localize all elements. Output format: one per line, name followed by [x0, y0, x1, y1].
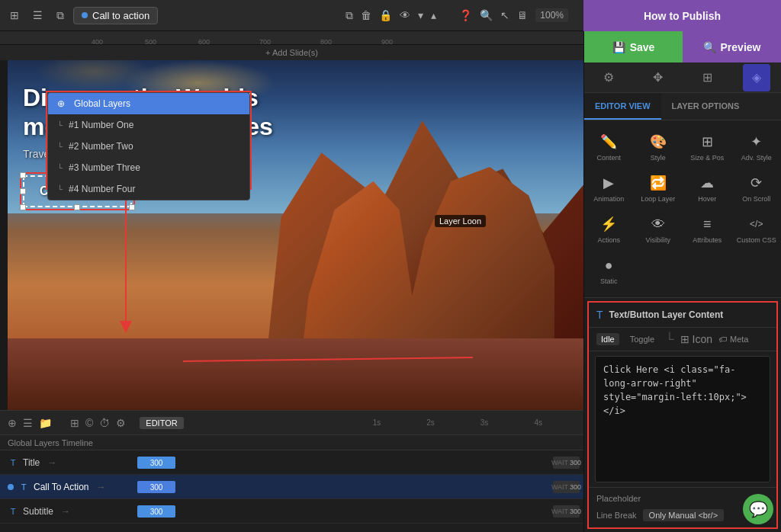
loop-layer-icon: 🔁 — [649, 174, 667, 192]
right-panel: 💾 Save 🔍 Preview ⚙ ✥ ⊞ ◈ EDITOR VIEW LAY… — [583, 31, 781, 532]
timeline-label-cta: T Call To Action → — [0, 482, 130, 492]
number-three-item[interactable]: └ #3 Number Three — [48, 157, 249, 178]
folder-tl-icon[interactable]: 📁 — [39, 417, 52, 429]
layers-dropdown-icon: ⊕ — [57, 98, 68, 109]
cursor-icon[interactable]: ↖ — [500, 9, 509, 21]
meta-tab[interactable]: 🏷 Meta — [718, 335, 748, 344]
adv-style-tab[interactable]: ✦ Adv. Style — [732, 127, 782, 168]
settings-tab[interactable]: ⚙ — [595, 64, 622, 91]
right-panel-tabs: ⚙ ✥ ⊞ ◈ — [584, 62, 781, 93]
timeline-area: ⊕ ☰ 📁 ⊞ © ⏱ ⚙ EDITOR 1s2s3s4s5s ✕ Global… — [0, 410, 583, 532]
copy-icon[interactable]: ⧉ — [346, 9, 353, 22]
lock-icon[interactable]: 🔒 — [379, 9, 392, 21]
active-dot — [82, 12, 88, 18]
slide-title: Call to action — [92, 10, 149, 21]
gear-tl-icon[interactable]: ⚙ — [116, 417, 126, 429]
attributes-tab[interactable]: ≡ Attributes — [683, 209, 732, 250]
hover-tab[interactable]: ☁ Hover — [683, 168, 732, 209]
custom-css-tab[interactable]: </> Custom CSS — [732, 209, 782, 250]
subtitle-bar[interactable]: 300 — [137, 505, 175, 518]
editor-view-tab[interactable]: EDITOR VIEW — [584, 93, 661, 120]
on-scroll-icon: ⟳ — [747, 174, 766, 192]
layers-tl-icon[interactable]: ⊕ — [8, 417, 17, 429]
lcp-tabs-bar: Idle Toggle └ ⊞ Icon 🏷 Meta — [589, 328, 776, 351]
copy-tl-icon[interactable]: © — [85, 417, 93, 429]
toggle-tab[interactable]: Toggle — [625, 333, 659, 345]
timeline-toolbar: ⊕ ☰ 📁 ⊞ © ⏱ ⚙ EDITOR 1s2s3s4s5s ✕ — [0, 411, 583, 435]
timeline-rows: T Title → 300 WAIT 300 — [0, 450, 583, 532]
cta-type-icon: T — [18, 482, 29, 492]
layer-options-tab[interactable]: LAYER OPTIONS — [661, 93, 750, 120]
preview-icon: 🔍 — [703, 41, 716, 53]
number-one-label: #1 Number One — [69, 120, 133, 130]
clock-tl-icon[interactable]: ⏱ — [99, 417, 110, 429]
static-tab[interactable]: ● Static — [584, 250, 634, 291]
chevron-down-icon[interactable]: ▾ — [418, 9, 423, 21]
animation-icon: ▶ — [599, 174, 618, 192]
number-four-label: #4 Number Four — [69, 184, 135, 194]
actions-icon: ⚡ — [599, 215, 618, 233]
help-icon[interactable]: ❓ — [459, 9, 472, 21]
layer-content-panel: T Text/Button Layer Content Idle Toggle … — [587, 301, 778, 529]
custom-css-icon: </> — [747, 215, 766, 233]
grid-icon[interactable]: ⊞ — [8, 8, 21, 22]
editor-btn[interactable]: EDITOR — [140, 417, 183, 429]
static-icon: ● — [599, 256, 618, 274]
global-layers-item[interactable]: ⊕ Global Layers — [48, 93, 249, 114]
layers-tab-active[interactable]: ◈ — [743, 64, 770, 91]
timeline-label-title: T Title → — [0, 457, 130, 468]
number-one-item[interactable]: └ #1 Number One — [48, 114, 249, 136]
style-tab[interactable]: 🎨 Style — [634, 127, 683, 168]
number-two-label: #2 Number Two — [69, 141, 133, 152]
visibility-tab[interactable]: 👁 Visibility — [634, 209, 683, 250]
on-scroll-tab[interactable]: ⟳ On Scroll — [732, 168, 782, 209]
save-button[interactable]: 💾 Save — [584, 31, 683, 62]
chat-bubble[interactable]: 💬 — [743, 494, 773, 524]
editor-layer-tabs: EDITOR VIEW LAYER OPTIONS — [584, 93, 781, 120]
idle-tab[interactable]: Idle — [596, 333, 619, 345]
indent-icon-4: └ — [57, 185, 63, 194]
publish-panel-header: How to Publish — [583, 0, 781, 31]
right-panel-top-buttons: 💾 Save 🔍 Preview — [584, 31, 781, 62]
timeline-header: Global Layers Timeline — [0, 435, 583, 450]
eye-icon[interactable]: 👁 — [400, 9, 410, 21]
animation-tab[interactable]: ▶ Animation — [584, 168, 634, 209]
indent-icon-2: └ — [57, 143, 63, 151]
loop-layer-tab[interactable]: 🔁 Loop Layer — [634, 168, 683, 209]
title-wait: WAIT 300 — [553, 457, 580, 469]
layers-icon[interactable]: ⧉ — [53, 8, 67, 22]
content-tab[interactable]: ✏️ Content — [584, 127, 634, 168]
actions-tab[interactable]: ⚡ Actions — [584, 209, 634, 250]
list-tl-icon[interactable]: ☰ — [23, 417, 33, 429]
title-bar[interactable]: 300 — [137, 457, 175, 469]
attributes-icon: ≡ — [698, 215, 716, 233]
subtitle-type-icon: T — [8, 506, 18, 517]
layer-content-textarea[interactable]: Click Here <i class="fa-long-arrow-right… — [603, 363, 762, 476]
monitor-icon[interactable]: 🖥 — [517, 9, 528, 21]
number-four-item[interactable]: └ #4 Number Four — [48, 178, 249, 200]
cta-bar[interactable]: 300 — [137, 481, 175, 493]
preview-button[interactable]: 🔍 Preview — [683, 31, 781, 62]
title-track: 300 WAIT 300 — [130, 450, 583, 474]
adv-style-icon: ✦ — [747, 133, 766, 151]
size-pos-icon: ⊞ — [698, 133, 716, 151]
trash-icon[interactable]: 🗑 — [361, 9, 371, 21]
save-icon: 💾 — [612, 41, 625, 53]
time-marks: 1s2s3s4s5s — [373, 418, 583, 427]
bars-icon[interactable]: ☰ — [31, 8, 44, 22]
size-pos-tab[interactable]: ⊞ Size & Pos — [683, 127, 732, 168]
chevron-up-icon[interactable]: ▴ — [431, 9, 436, 21]
icon-tab[interactable]: ⊞ Icon — [680, 333, 712, 345]
grid2-tl-icon[interactable]: ⊞ — [70, 417, 79, 429]
content-icon: ✏️ — [599, 133, 618, 151]
search-icon[interactable]: 🔍 — [480, 9, 493, 21]
number-two-item[interactable]: └ #2 Number Two — [48, 136, 249, 157]
hover-icon: ☁ — [698, 174, 716, 192]
timeline-row-cta: T Call To Action → 300 WAIT 300 — [0, 475, 583, 499]
cta-active-dot — [8, 484, 14, 490]
columns-tab[interactable]: ⊞ — [693, 64, 721, 91]
grid-icon-lcp: ⊞ — [680, 333, 689, 345]
add-slides-bar[interactable]: + Add Slide(s) — [0, 45, 583, 60]
move-tab[interactable]: ✥ — [644, 64, 672, 91]
layers-dropdown[interactable]: ⊕ Global Layers └ #1 Number One └ #2 Num… — [47, 92, 250, 200]
